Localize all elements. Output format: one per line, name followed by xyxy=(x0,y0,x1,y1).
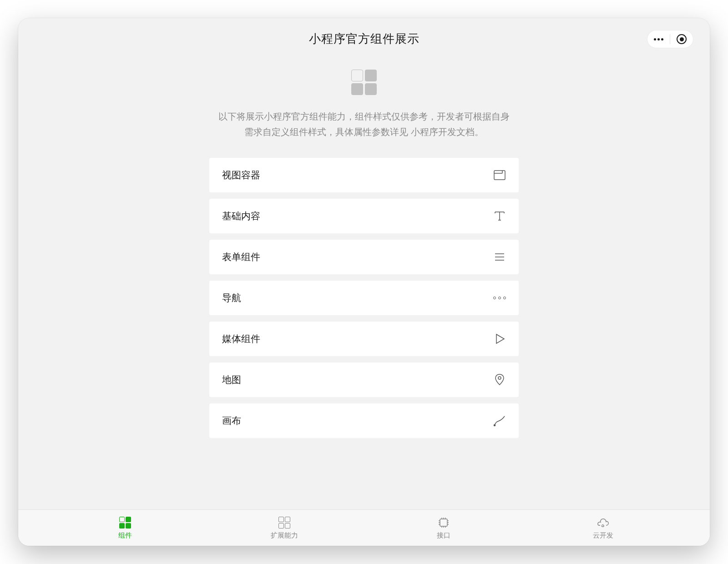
category-item-media[interactable]: 媒体组件 xyxy=(209,322,519,356)
api-icon xyxy=(437,516,450,529)
extension-icon xyxy=(278,516,290,529)
tab-extension[interactable]: 扩展能力 xyxy=(266,516,303,540)
page-title: 小程序官方组件展示 xyxy=(309,31,420,47)
svg-rect-9 xyxy=(440,519,447,526)
category-label: 视图容器 xyxy=(222,169,260,181)
svg-point-8 xyxy=(494,425,495,426)
tab-cloud[interactable]: 云开发 xyxy=(585,516,621,540)
category-label: 地图 xyxy=(222,373,241,386)
category-label: 表单组件 xyxy=(222,251,260,263)
scroll-content[interactable]: 以下将展示小程序官方组件能力，组件样式仅供参考，开发者可根据自身需求自定义组件样… xyxy=(18,56,710,509)
canvas-icon xyxy=(493,414,506,427)
nav-icon xyxy=(493,297,506,299)
category-label: 导航 xyxy=(222,292,241,304)
text-icon xyxy=(493,210,506,222)
tab-components[interactable]: 组件 xyxy=(107,516,143,540)
form-icon xyxy=(493,251,506,263)
logo-icon xyxy=(18,70,710,95)
more-icon[interactable] xyxy=(654,38,663,40)
play-icon xyxy=(493,332,506,345)
component-icon xyxy=(119,516,131,529)
close-target-icon[interactable] xyxy=(677,34,687,44)
svg-rect-0 xyxy=(494,171,505,180)
category-label: 基础内容 xyxy=(222,210,260,222)
view-container-icon xyxy=(493,169,506,181)
tab-label: 接口 xyxy=(437,531,450,540)
tab-bar: 组件 扩展能力 接口 xyxy=(18,509,710,546)
category-item-form[interactable]: 表单组件 xyxy=(209,240,519,274)
doc-link[interactable]: 小程序开发文档 xyxy=(411,127,475,137)
divider xyxy=(670,34,670,44)
tab-label: 云开发 xyxy=(593,531,613,540)
tab-label: 扩展能力 xyxy=(271,531,298,540)
intro-description: 以下将展示小程序官方组件能力，组件样式仅供参考，开发者可根据自身需求自定义组件样… xyxy=(209,109,519,140)
category-item-map[interactable]: 地图 xyxy=(209,363,519,397)
cloud-icon xyxy=(596,516,610,529)
category-label: 画布 xyxy=(222,414,241,427)
category-label: 媒体组件 xyxy=(222,332,260,345)
capsule-menu xyxy=(647,30,693,48)
category-item-navigation[interactable]: 导航 xyxy=(209,281,519,315)
app-window: 小程序官方组件展示 以下将展示小程序官方组件能力，组件样式仅供参考，开发者可根据… xyxy=(18,18,710,546)
svg-point-7 xyxy=(498,377,501,379)
category-list: 视图容器 基础内容 表单组件 xyxy=(209,158,519,447)
intro-text-end: 。 xyxy=(475,127,484,137)
tab-api[interactable]: 接口 xyxy=(425,516,462,540)
header: 小程序官方组件展示 xyxy=(18,18,710,56)
category-item-view-container[interactable]: 视图容器 xyxy=(209,158,519,192)
category-item-canvas[interactable]: 画布 xyxy=(209,403,519,438)
location-icon xyxy=(493,373,506,386)
category-item-basic-content[interactable]: 基础内容 xyxy=(209,199,519,233)
tab-label: 组件 xyxy=(118,531,132,540)
svg-marker-6 xyxy=(496,334,504,343)
